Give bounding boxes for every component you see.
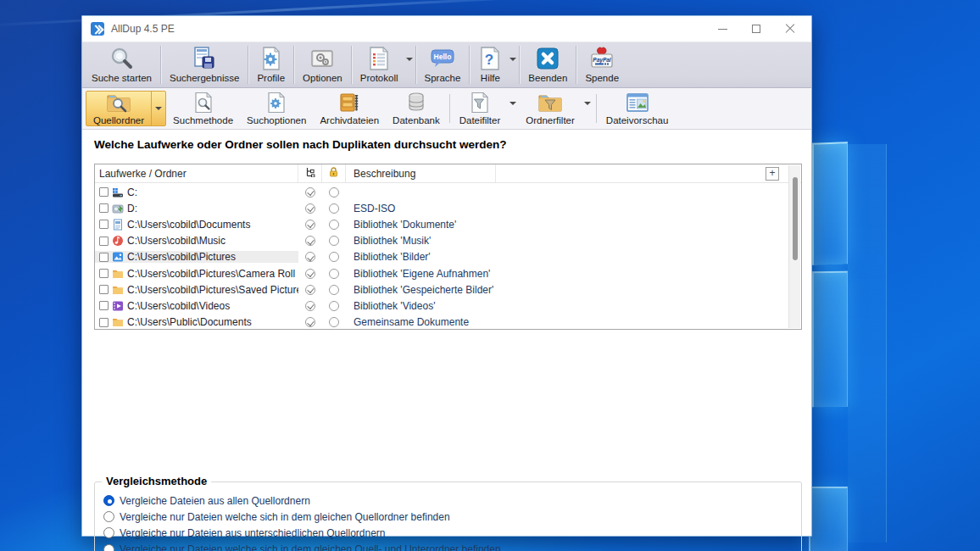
- row-checkbox[interactable]: [99, 253, 109, 262]
- lock-toggle[interactable]: [329, 301, 339, 311]
- donate-button[interactable]: PayPal Spende: [577, 42, 626, 87]
- page-funnel-icon: [470, 92, 490, 114]
- preview-window-icon: [625, 92, 650, 114]
- protocol-button[interactable]: Protokoll: [353, 42, 406, 87]
- row-checkbox[interactable]: [99, 187, 109, 197]
- lock-toggle[interactable]: [329, 269, 339, 279]
- language-button[interactable]: Hello Sprache: [417, 42, 469, 87]
- row-checkbox[interactable]: [99, 269, 109, 278]
- recurse-toggle[interactable]: [305, 285, 315, 295]
- radio-button[interactable]: [103, 511, 114, 522]
- compare-option[interactable]: Vergleiche nur Dateien aus unterschiedli…: [103, 525, 793, 541]
- vertical-scrollbar[interactable]: [788, 165, 800, 328]
- search-method-tab[interactable]: Suchmethode: [166, 90, 240, 127]
- table-body[interactable]: C: D: ESD-ISO C:\Users\cobild\Documents: [95, 184, 788, 329]
- lock-toggle[interactable]: [329, 220, 339, 230]
- row-checkbox[interactable]: [99, 203, 109, 213]
- database-icon: [405, 92, 427, 114]
- titlebar[interactable]: AllDup 4.5 PE: [82, 16, 811, 42]
- scrollbar-thumb[interactable]: [793, 177, 798, 260]
- recurse-toggle[interactable]: [305, 236, 315, 246]
- maximize-button[interactable]: [745, 19, 767, 38]
- file-filter-dropdown-arrow-icon[interactable]: [507, 90, 519, 127]
- page-heading: Welche Laufwerke oder Ordner sollen nach…: [94, 138, 507, 151]
- file-filter-tab[interactable]: Dateifilter: [453, 90, 508, 127]
- compare-option[interactable]: Vergleiche nur Dateien welche sich in de…: [103, 542, 793, 551]
- lock-toggle[interactable]: [329, 236, 339, 246]
- column-header-recurse[interactable]: [298, 164, 322, 182]
- recurse-toggle[interactable]: [305, 203, 315, 214]
- folder-funnel-icon: [537, 92, 563, 114]
- help-button[interactable]: ? Hilfe: [471, 42, 509, 87]
- protocol-dropdown-arrow-icon[interactable]: [406, 58, 413, 61]
- database-tab[interactable]: Datenbank: [386, 90, 447, 127]
- folder-icon: [112, 316, 124, 328]
- source-folders-tab-active[interactable]: Quellordner: [86, 91, 166, 126]
- recurse-toggle[interactable]: [305, 252, 315, 262]
- archive-files-tab[interactable]: Archivdateien: [313, 90, 386, 127]
- table-header[interactable]: Laufwerke / Ordner Beschreibung +: [95, 164, 801, 183]
- column-header-description[interactable]: Beschreibung: [346, 164, 496, 182]
- profile-button[interactable]: Profile: [249, 42, 292, 87]
- row-checkbox[interactable]: [99, 237, 109, 246]
- exit-button[interactable]: Beenden: [521, 42, 575, 87]
- svg-text:?: ?: [485, 52, 493, 68]
- magnifier-icon: [109, 46, 134, 71]
- column-header-lock[interactable]: [322, 164, 346, 182]
- help-dropdown-arrow-icon[interactable]: [509, 58, 516, 61]
- recurse-subfolders-icon: [305, 167, 315, 180]
- row-checkbox[interactable]: [99, 318, 109, 327]
- recurse-toggle[interactable]: [305, 301, 315, 311]
- compare-option[interactable]: Vergleiche nur Dateien welche sich in de…: [103, 509, 793, 525]
- radio-button[interactable]: [103, 527, 114, 538]
- windows-logo-pane: [812, 142, 848, 264]
- folder-magnifier-icon: [106, 92, 131, 114]
- row-checkbox[interactable]: [99, 220, 109, 229]
- content-area: Welche Laufwerke oder Ordner sollen nach…: [82, 130, 811, 536]
- recurse-toggle[interactable]: [305, 220, 315, 230]
- row-checkbox[interactable]: [99, 301, 109, 310]
- lock-toggle[interactable]: [329, 187, 339, 198]
- table-row: C:\Users\cobild\Pictures\Camera Roll Bib…: [95, 265, 788, 281]
- pictures-icon: [112, 251, 124, 263]
- close-button[interactable]: [779, 19, 801, 38]
- table-row: C:\Users\Public\Documents Gemeinsame Dok…: [95, 314, 788, 331]
- source-folders-dropdown-arrow-icon[interactable]: [152, 92, 165, 125]
- radio-button[interactable]: [103, 495, 114, 506]
- folder-filter-tab[interactable]: Ordnerfilter: [519, 90, 582, 127]
- lock-toggle[interactable]: [329, 317, 339, 327]
- lock-toggle[interactable]: [329, 252, 339, 262]
- add-folder-button[interactable]: +: [766, 167, 779, 181]
- compare-option[interactable]: Vergleiche Dateien aus allen Quellordner…: [103, 493, 793, 509]
- table-row: C:\Users\cobild\Videos Bibliothek 'Video…: [95, 298, 788, 314]
- archive-zip-icon: [337, 92, 361, 114]
- log-page-icon: [367, 46, 391, 71]
- search-options-tab[interactable]: Suchoptionen: [240, 90, 313, 127]
- page-gear-icon: [266, 92, 287, 114]
- recurse-toggle[interactable]: [305, 187, 315, 198]
- page-magnifier-icon: [193, 92, 214, 114]
- row-checkbox[interactable]: [99, 285, 109, 294]
- groupbox-title: Vergleichsmethode: [102, 475, 211, 487]
- main-toolbar: Suche starten Suchergebnisse Profile: [82, 42, 811, 88]
- profile-page-gear-icon: [259, 46, 283, 71]
- search-results-button[interactable]: Suchergebnisse: [162, 42, 247, 87]
- column-header-path[interactable]: Laufwerke / Ordner: [95, 164, 298, 182]
- table-row: C:\Users\cobild\Pictures Bibliothek 'Bil…: [95, 249, 788, 265]
- recurse-toggle[interactable]: [305, 269, 315, 279]
- music-icon: [112, 235, 124, 247]
- windows-logo-glow: [848, 144, 887, 543]
- radio-button[interactable]: [103, 544, 114, 551]
- start-search-button[interactable]: Suche starten: [84, 42, 159, 87]
- recurse-toggle[interactable]: [305, 317, 315, 327]
- compare-method-groupbox: Vergleichsmethode Vergleiche Dateien aus…: [94, 481, 802, 551]
- folder-filter-dropdown-arrow-icon[interactable]: [582, 90, 593, 127]
- file-preview-tab[interactable]: Dateivorschau: [599, 90, 676, 127]
- minimize-button[interactable]: [711, 19, 733, 38]
- lock-toggle[interactable]: [329, 203, 339, 214]
- table-row: C:\Users\cobild\Music Bibliothek 'Musik': [95, 233, 788, 249]
- source-folder-table[interactable]: Laufwerke / Ordner Beschreibung +: [94, 164, 802, 330]
- lock-toggle[interactable]: [329, 285, 339, 295]
- options-button[interactable]: Optionen: [295, 42, 350, 87]
- svg-text:PayPal: PayPal: [593, 57, 612, 64]
